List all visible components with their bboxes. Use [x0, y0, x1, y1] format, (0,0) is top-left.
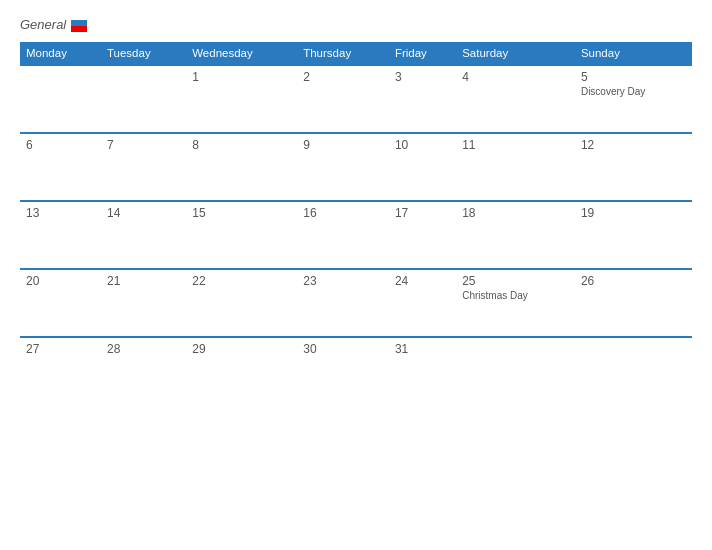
week-row-1: 12345Discovery Day — [20, 65, 692, 133]
day-number: 9 — [303, 138, 383, 152]
day-cell: 29 — [186, 337, 297, 405]
day-number: 10 — [395, 138, 450, 152]
day-cell: 5Discovery Day — [575, 65, 692, 133]
day-number: 23 — [303, 274, 383, 288]
day-cell: 30 — [297, 337, 389, 405]
day-cell: 1 — [186, 65, 297, 133]
day-number: 5 — [581, 70, 686, 84]
day-number: 2 — [303, 70, 383, 84]
day-cell: 3 — [389, 65, 456, 133]
day-number: 17 — [395, 206, 450, 220]
page: General MondayTuesdayWednesdayThursdayFr… — [0, 0, 712, 550]
holiday-label: Discovery Day — [581, 86, 686, 97]
week-row-5: 2728293031 — [20, 337, 692, 405]
day-cell: 18 — [456, 201, 575, 269]
day-number: 31 — [395, 342, 450, 356]
day-number: 6 — [26, 138, 95, 152]
day-cell: 15 — [186, 201, 297, 269]
day-cell: 26 — [575, 269, 692, 337]
day-cell: 16 — [297, 201, 389, 269]
day-cell — [575, 337, 692, 405]
day-number: 19 — [581, 206, 686, 220]
col-header-thursday: Thursday — [297, 42, 389, 65]
day-number: 1 — [192, 70, 291, 84]
day-number: 20 — [26, 274, 95, 288]
day-number: 8 — [192, 138, 291, 152]
day-cell: 31 — [389, 337, 456, 405]
day-cell: 25Christmas Day — [456, 269, 575, 337]
holiday-label: Christmas Day — [462, 290, 569, 301]
day-cell: 4 — [456, 65, 575, 133]
day-cell: 2 — [297, 65, 389, 133]
day-number: 22 — [192, 274, 291, 288]
day-cell: 6 — [20, 133, 101, 201]
logo-general: General — [20, 18, 87, 32]
day-number: 30 — [303, 342, 383, 356]
day-cell: 12 — [575, 133, 692, 201]
day-number: 29 — [192, 342, 291, 356]
week-row-3: 13141516171819 — [20, 201, 692, 269]
col-header-tuesday: Tuesday — [101, 42, 186, 65]
day-cell: 28 — [101, 337, 186, 405]
day-cell: 17 — [389, 201, 456, 269]
day-number: 7 — [107, 138, 180, 152]
day-cell: 24 — [389, 269, 456, 337]
day-number: 21 — [107, 274, 180, 288]
col-header-sunday: Sunday — [575, 42, 692, 65]
day-number: 13 — [26, 206, 95, 220]
day-number: 26 — [581, 274, 686, 288]
day-cell: 7 — [101, 133, 186, 201]
col-header-friday: Friday — [389, 42, 456, 65]
day-cell: 14 — [101, 201, 186, 269]
day-number: 15 — [192, 206, 291, 220]
header: General — [20, 18, 692, 32]
logo: General — [20, 18, 87, 32]
day-number: 16 — [303, 206, 383, 220]
day-cell: 10 — [389, 133, 456, 201]
day-cell: 27 — [20, 337, 101, 405]
logo-flag-icon — [71, 20, 87, 32]
day-cell: 19 — [575, 201, 692, 269]
calendar-table: MondayTuesdayWednesdayThursdayFridaySatu… — [20, 42, 692, 405]
day-number: 24 — [395, 274, 450, 288]
day-number: 28 — [107, 342, 180, 356]
day-number: 11 — [462, 138, 569, 152]
svg-rect-1 — [71, 26, 87, 32]
day-cell: 22 — [186, 269, 297, 337]
day-cell — [20, 65, 101, 133]
day-number: 25 — [462, 274, 569, 288]
day-number: 27 — [26, 342, 95, 356]
col-header-saturday: Saturday — [456, 42, 575, 65]
week-row-4: 202122232425Christmas Day26 — [20, 269, 692, 337]
day-number: 18 — [462, 206, 569, 220]
col-header-monday: Monday — [20, 42, 101, 65]
day-cell — [101, 65, 186, 133]
week-row-2: 6789101112 — [20, 133, 692, 201]
day-number: 12 — [581, 138, 686, 152]
day-cell: 9 — [297, 133, 389, 201]
day-cell: 23 — [297, 269, 389, 337]
svg-rect-0 — [71, 20, 87, 26]
day-cell: 13 — [20, 201, 101, 269]
day-number: 14 — [107, 206, 180, 220]
day-cell: 8 — [186, 133, 297, 201]
day-number: 3 — [395, 70, 450, 84]
day-cell — [456, 337, 575, 405]
day-cell: 21 — [101, 269, 186, 337]
day-cell: 20 — [20, 269, 101, 337]
day-cell: 11 — [456, 133, 575, 201]
day-number: 4 — [462, 70, 569, 84]
calendar-header-row: MondayTuesdayWednesdayThursdayFridaySatu… — [20, 42, 692, 65]
col-header-wednesday: Wednesday — [186, 42, 297, 65]
